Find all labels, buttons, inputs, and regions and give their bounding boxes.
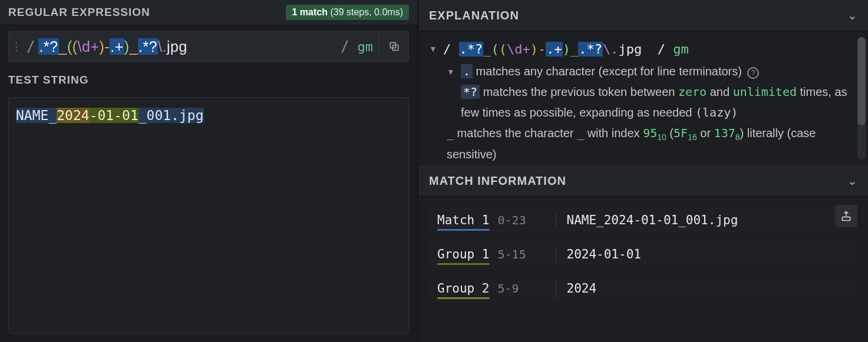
explanation-regex-echo: / .*?_((\d+)-.+)_.*?\.jpg / gm <box>443 38 689 61</box>
match-count-badge: 1 match (39 steps, 0.0ms) <box>286 5 409 20</box>
match-info-header: MATCH INFORMATION ⌄ <box>418 165 868 197</box>
divider <box>556 212 556 229</box>
group-name: Group 1 <box>429 243 498 266</box>
info-icon[interactable]: ? <box>747 67 759 79</box>
match-info-body: Match 1 0-23 NAME_2024-01-01_001.jpg Gro… <box>418 197 868 318</box>
group-range: 5-15 <box>498 247 545 261</box>
regex-header-title: REGULAR EXPRESSION <box>8 6 150 19</box>
match-name: Match 1 <box>429 208 498 232</box>
scrollbar[interactable] <box>857 37 866 160</box>
group-value: 2024 <box>567 281 597 295</box>
tree-toggle-icon[interactable]: ▼ <box>447 61 456 79</box>
explanation-title: EXPLANATION <box>429 9 519 22</box>
group-range: 5-9 <box>498 281 545 295</box>
regex-section-header: REGULAR EXPRESSION 1 match (39 steps, 0.… <box>0 0 417 25</box>
test-string-input[interactable]: NAME_2024-01-01_001.jpg <box>8 97 409 334</box>
explanation-line: . matches any character (except for line… <box>461 61 759 82</box>
explanation-line: _ matches the character _ with index 951… <box>447 123 862 165</box>
export-button[interactable] <box>835 205 857 227</box>
match-value: NAME_2024-01-01_001.jpg <box>567 213 738 227</box>
regex-pattern[interactable]: .*?_((\d+)-.+)_.*?\.jpg <box>37 38 338 55</box>
export-icon <box>840 210 852 222</box>
copy-regex-button[interactable] <box>379 32 408 61</box>
regex-open-delim: / <box>24 38 37 55</box>
scrollbar-thumb[interactable] <box>857 37 866 125</box>
group-value: 2024-01-01 <box>567 247 641 261</box>
svg-rect-2 <box>842 217 850 221</box>
divider <box>556 246 556 263</box>
explanation-header: EXPLANATION ⌄ <box>418 0 868 31</box>
explanation-line: *? matches the previous token between ze… <box>461 82 862 123</box>
drag-handle-icon[interactable]: ⋮ <box>9 40 24 53</box>
match-info-title: MATCH INFORMATION <box>429 174 566 188</box>
group-name: Group 2 <box>429 277 498 300</box>
match-row[interactable]: Match 1 0-23 NAME_2024-01-01_001.jpg <box>429 206 857 234</box>
group-row[interactable]: Group 2 5-9 2024 <box>429 274 857 303</box>
regex-flags[interactable]: gm <box>352 39 379 54</box>
regex-input[interactable]: ⋮ / .*?_((\d+)-.+)_.*?\.jpg / gm <box>8 31 409 62</box>
collapse-explanation-button[interactable]: ⌄ <box>847 8 857 22</box>
test-string-header: TEST STRING <box>0 68 417 92</box>
group-row[interactable]: Group 1 5-15 2024-01-01 <box>429 240 857 268</box>
test-string-title: TEST STRING <box>8 74 409 87</box>
explanation-body: ▼ / .*?_((\d+)-.+)_.*?\.jpg / gm ▼ . mat… <box>418 31 868 165</box>
tree-toggle-icon[interactable]: ▼ <box>429 38 438 57</box>
divider <box>556 280 556 297</box>
copy-icon <box>388 41 400 52</box>
collapse-match-info-button[interactable]: ⌄ <box>847 174 857 188</box>
regex-close-delim: / <box>338 38 351 55</box>
match-range: 0-23 <box>498 213 545 227</box>
